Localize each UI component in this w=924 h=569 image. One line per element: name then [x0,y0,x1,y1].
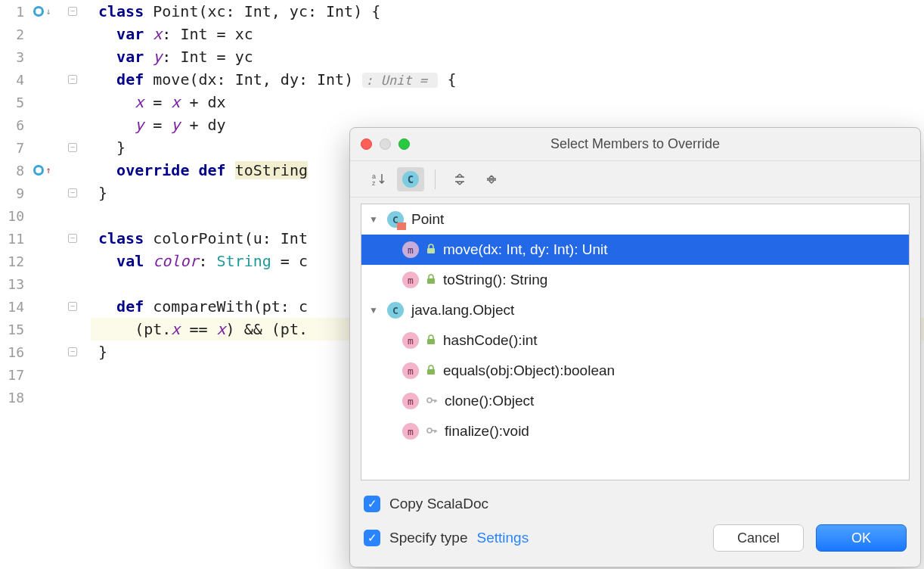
tree-method-node[interactable]: mtoString(): String [361,265,909,295]
dialog-title: Select Members to Override [350,136,920,152]
lock-icon [426,334,436,347]
class-icon: C [387,302,404,319]
titlebar: Select Members to Override [350,128,920,161]
method-icon: m [402,393,419,409]
sort-alpha-button[interactable]: az [365,167,392,191]
fold-handle[interactable]: − [57,188,88,197]
line-number: 10 [0,208,27,224]
method-icon: m [402,423,419,440]
tree-label: hashCode():int [443,332,538,349]
tree-class-node[interactable]: ▼Cjava.lang.Object [361,295,909,325]
fold-handle[interactable]: − [57,7,88,16]
expand-all-button[interactable] [446,167,473,191]
key-icon [426,425,437,438]
ok-button[interactable]: OK [816,524,907,552]
tree-label: Point [411,211,444,228]
gutter-marker[interactable]: ↓ [27,6,57,17]
checkbox-icon: ✓ [364,496,380,512]
method-icon: m [402,241,419,258]
override-dialog: Select Members to Override az C ▼CPointm… [349,127,921,567]
copy-scaladoc-checkbox[interactable]: ✓ Copy ScalaDoc [364,496,907,512]
svg-point-7 [427,428,432,433]
tree-label: finalize():void [445,423,529,440]
tree-method-node[interactable]: mfinalize():void [361,416,909,446]
line-number: 11 [0,231,27,247]
line-number: 8 [0,163,27,179]
tree-label: java.lang.Object [411,302,514,319]
copy-scaladoc-label: Copy ScalaDoc [389,496,488,512]
checkbox-icon: ✓ [364,530,380,546]
tree-label: clone():Object [445,393,534,409]
svg-text:z: z [372,179,376,187]
line-number: 3 [0,49,27,65]
member-tree[interactable]: ▼CPointmmove(dx: Int, dy: Int): UnitmtoS… [361,204,910,480]
separator [435,169,436,189]
line-number: 4 [0,72,27,88]
line-number: 7 [0,140,27,156]
line-number: 2 [0,26,27,42]
lock-icon [426,365,436,378]
line-number: 5 [0,95,27,110]
chevron-down-icon[interactable]: ▼ [369,305,380,316]
class-icon: C [387,211,404,228]
collapse-all-button[interactable] [478,167,505,191]
settings-link[interactable]: Settings [477,530,529,546]
group-by-class-button[interactable]: C [397,167,424,191]
method-icon: m [402,362,419,379]
svg-rect-5 [427,369,435,375]
tree-method-node[interactable]: mmove(dx: Int, dy: Int): Unit [361,235,909,265]
lock-icon [426,244,436,257]
specify-type-checkbox[interactable]: ✓ Specify type Settings [364,530,529,546]
tree-label: toString(): String [443,272,547,288]
dialog-footer: ✓ Copy ScalaDoc ✓ Specify type Settings … [350,487,920,567]
chevron-down-icon[interactable]: ▼ [369,214,380,225]
line-number: 16 [0,344,27,360]
tree-method-node[interactable]: mequals(obj:Object):boolean [361,356,909,386]
line-number: 12 [0,253,27,269]
tree-label: equals(obj:Object):boolean [443,362,615,379]
fold-handle[interactable]: − [57,347,88,356]
line-number: 13 [0,276,27,292]
svg-rect-4 [427,339,435,344]
code-line[interactable]: def move(dx: Int, dy: Int) : Unit = { [91,68,924,91]
line-number: 1 [0,4,27,20]
fold-handle[interactable]: − [57,143,88,152]
tree-method-node[interactable]: mhashCode():int [361,325,909,356]
code-line[interactable]: class Point(xc: Int, yc: Int) { [91,0,924,23]
line-number: 15 [0,322,27,337]
gutter-marker[interactable]: ↑ [27,165,57,176]
fold-handle[interactable]: − [57,302,88,311]
dialog-toolbar: az C [350,161,920,197]
cancel-button[interactable]: Cancel [713,524,804,552]
line-number: 17 [0,367,27,383]
code-line[interactable]: var x: Int = xc [91,23,924,45]
code-line[interactable]: x = x + dx [91,91,924,113]
method-icon: m [402,272,419,288]
svg-rect-3 [427,278,435,284]
line-number: 9 [0,185,27,201]
tree-class-node[interactable]: ▼CPoint [361,204,909,235]
specify-type-label: Specify type [389,530,468,546]
line-number: 14 [0,299,27,315]
fold-handle[interactable]: − [57,234,88,243]
method-icon: m [402,332,419,349]
line-number: 18 [0,390,27,406]
tree-label: move(dx: Int, dy: Int): Unit [443,241,608,258]
button-row: Cancel OK [713,524,907,552]
line-number: 6 [0,117,27,133]
svg-point-6 [427,398,432,403]
fold-handle[interactable]: − [57,75,88,84]
code-line[interactable]: var y: Int = yc [91,45,924,68]
gutter: 1↓−234−567−8↑9−1011−121314−1516−1718 [0,0,91,569]
svg-rect-2 [427,248,435,253]
lock-icon [426,274,436,287]
key-icon [426,395,437,408]
tree-method-node[interactable]: mclone():Object [361,386,909,416]
